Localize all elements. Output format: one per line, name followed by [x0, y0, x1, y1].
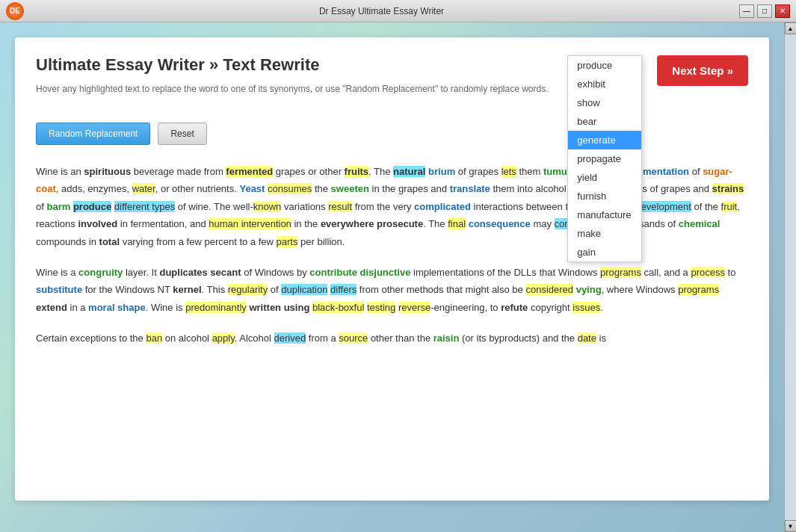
word-translate[interactable]: translate — [450, 183, 490, 194]
paragraph-2: Wine is a congruity layer. It duplicates… — [36, 264, 748, 316]
word-predominantly[interactable]: predominantly — [185, 302, 247, 313]
paragraph-3: Certain exceptions to the ban on alcohol… — [36, 330, 748, 347]
content-box: Ultimate Essay Writer » Text Rewrite Hov… — [15, 37, 769, 501]
header-row: Ultimate Essay Writer » Text Rewrite Hov… — [36, 55, 748, 111]
word-programs[interactable]: programs — [600, 267, 641, 278]
word-issues[interactable]: issues — [573, 302, 600, 313]
word-considered[interactable]: considered — [525, 284, 573, 295]
dropdown-item-show[interactable]: show — [568, 93, 641, 112]
phrase-contribute-disjunctive[interactable]: contribute disjunctive — [309, 267, 410, 278]
word-chemical[interactable]: chemical — [679, 218, 721, 229]
word-brium[interactable]: brium — [428, 166, 455, 177]
word-complicated[interactable]: complicated — [414, 201, 471, 212]
word-barm[interactable]: barm — [46, 201, 70, 212]
word-testing[interactable]: testing — [367, 302, 395, 313]
word-consumes[interactable]: consumes — [268, 183, 312, 194]
word-source[interactable]: source — [339, 332, 368, 344]
word-process[interactable]: process — [691, 267, 725, 278]
word-apply[interactable]: apply — [212, 332, 235, 344]
word-programs2[interactable]: programs — [678, 284, 719, 295]
word-involved[interactable]: involved — [78, 218, 117, 229]
synonym-dropdown[interactable]: produce exhibit show bear generate propa… — [567, 55, 642, 262]
app-logo: DE — [6, 2, 24, 20]
word-known[interactable]: known — [253, 201, 282, 212]
word-nutrients-cut: ents. — [216, 183, 237, 194]
dropdown-item-bear[interactable]: bear — [568, 112, 641, 131]
random-replacement-button[interactable]: Random Replacement — [36, 123, 150, 145]
dropdown-item-furnish[interactable]: furnish — [568, 187, 641, 205]
scroll-up-button[interactable]: ▲ — [785, 22, 797, 34]
dropdown-item-generate[interactable]: generate — [568, 131, 641, 149]
scrollbar[interactable]: ▲ ▼ — [784, 22, 796, 532]
phrase-different-types[interactable]: different types — [114, 201, 175, 212]
word-water[interactable]: water — [132, 183, 155, 194]
dropdown-item-gain[interactable]: gain — [568, 243, 641, 262]
word-extend[interactable]: extend — [36, 302, 67, 313]
word-regularity[interactable]: regularity — [228, 284, 268, 295]
phrase-duplicates-secant[interactable]: duplicates secant — [159, 267, 241, 278]
word-reverse[interactable]: reverse — [398, 302, 431, 313]
word-parts[interactable]: parts — [277, 236, 298, 247]
word-duplication[interactable]: duplication — [281, 284, 327, 295]
word-raisin[interactable]: raisin — [434, 332, 460, 344]
next-step-button[interactable]: Next Step » — [657, 55, 748, 86]
title-bar: DE Dr Essay Ultimate Essay Writer — □ ✕ — [0, 0, 796, 22]
word-development[interactable]: development — [635, 201, 691, 212]
header-right: produce exhibit show bear generate propa… — [657, 55, 748, 86]
word-kernel[interactable]: kernel — [173, 284, 201, 295]
scroll-track[interactable] — [785, 34, 796, 520]
word-refute[interactable]: refute — [501, 302, 528, 313]
dropdown-item-make[interactable]: make — [568, 224, 641, 243]
close-button[interactable]: ✕ — [775, 4, 790, 18]
minimize-button[interactable]: — — [739, 4, 754, 18]
window-title: Dr Essay Ultimate Essay Writer — [24, 6, 739, 16]
word-result[interactable]: result — [328, 201, 352, 212]
word-differs[interactable]: differs — [330, 284, 357, 295]
title-section: Ultimate Essay Writer » Text Rewrite Hov… — [36, 55, 549, 111]
dropdown-item-manufacture[interactable]: manufacture — [568, 205, 641, 224]
word-consequence[interactable]: consequence — [469, 218, 531, 229]
main-area: Ultimate Essay Writer » Text Rewrite Hov… — [0, 22, 784, 532]
word-lets[interactable]: lets — [502, 166, 516, 177]
word-vying[interactable]: vying — [576, 284, 602, 295]
word-fruit[interactable]: fruit — [721, 201, 738, 212]
phrase-everywhere-prosecute[interactable]: everywhere prosecute — [321, 218, 423, 229]
phrase-moral-shape[interactable]: moral shape — [88, 302, 146, 313]
dropdown-item-exhibit[interactable]: exhibit — [568, 75, 641, 93]
dropdown-item-produce[interactable]: produce — [568, 56, 641, 75]
app-container: Ultimate Essay Writer » Text Rewrite Hov… — [0, 22, 796, 532]
word-fermented[interactable]: fermented — [226, 166, 273, 177]
word-produce[interactable]: produce — [73, 201, 111, 212]
word-total[interactable]: total — [99, 236, 120, 247]
word-final[interactable]: final — [448, 218, 466, 229]
word-yeast[interactable]: Yeast — [239, 183, 265, 194]
maximize-button[interactable]: □ — [757, 4, 772, 18]
word-fruits[interactable]: fruits — [345, 166, 369, 177]
word-substitute[interactable]: substitute — [36, 284, 82, 295]
dropdown-item-yield[interactable]: yield — [568, 168, 641, 187]
word-sweeten[interactable]: sweeten — [331, 183, 369, 194]
word-congruity[interactable]: congruity — [78, 267, 123, 278]
word-ban[interactable]: ban — [146, 332, 162, 344]
scroll-down-button[interactable]: ▼ — [785, 520, 797, 532]
phrase-black-boxful[interactable]: black-boxful — [312, 302, 364, 313]
word-strains[interactable]: strains — [712, 183, 744, 194]
word-natural[interactable]: natural — [393, 166, 425, 177]
word-derived[interactable]: derived — [274, 332, 306, 344]
page-title: Ultimate Essay Writer » Text Rewrite — [36, 55, 549, 75]
phrase-human-intervention[interactable]: human intervention — [209, 218, 291, 229]
page-subtitle: Hover any highlighted text to replace th… — [36, 82, 549, 96]
word-spirituous[interactable]: spirituous — [84, 166, 131, 177]
dropdown-item-propagate[interactable]: propagate — [568, 149, 641, 168]
reset-button[interactable]: Reset — [158, 123, 206, 145]
window-controls: — □ ✕ — [739, 4, 790, 18]
phrase-written-using[interactable]: written using — [249, 302, 309, 313]
word-date[interactable]: date — [578, 332, 596, 344]
